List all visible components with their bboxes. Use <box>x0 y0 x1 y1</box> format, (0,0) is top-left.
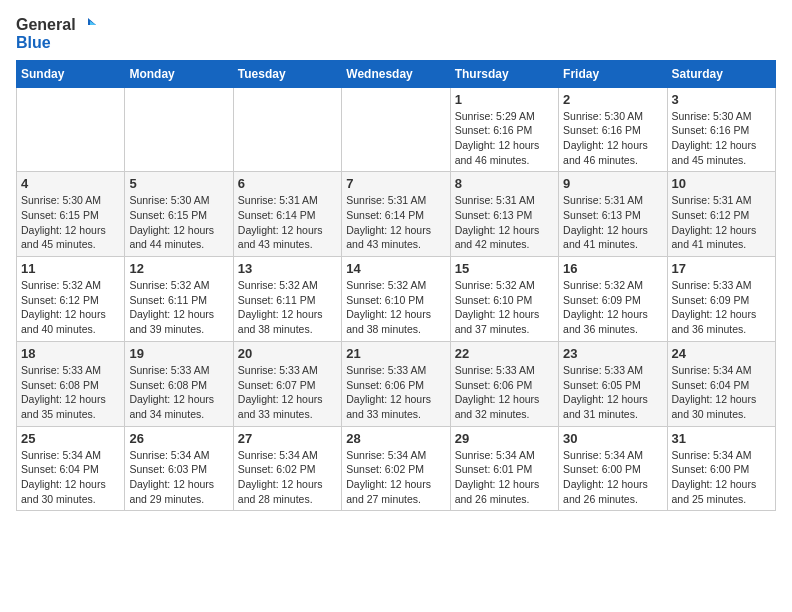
day-info: Sunrise: 5:33 AMSunset: 6:05 PMDaylight:… <box>563 363 662 422</box>
day-info: Sunrise: 5:32 AMSunset: 6:09 PMDaylight:… <box>563 278 662 337</box>
logo-container: General Blue <box>16 16 96 52</box>
calendar-cell: 18Sunrise: 5:33 AMSunset: 6:08 PMDayligh… <box>17 341 125 426</box>
calendar-cell: 28Sunrise: 5:34 AMSunset: 6:02 PMDayligh… <box>342 426 450 511</box>
calendar-cell: 11Sunrise: 5:32 AMSunset: 6:12 PMDayligh… <box>17 257 125 342</box>
day-info: Sunrise: 5:34 AMSunset: 6:02 PMDaylight:… <box>238 448 337 507</box>
calendar-cell: 25Sunrise: 5:34 AMSunset: 6:04 PMDayligh… <box>17 426 125 511</box>
day-number: 7 <box>346 176 445 191</box>
day-info: Sunrise: 5:31 AMSunset: 6:13 PMDaylight:… <box>455 193 554 252</box>
logo-text-blue: Blue <box>16 34 96 52</box>
calendar-cell: 19Sunrise: 5:33 AMSunset: 6:08 PMDayligh… <box>125 341 233 426</box>
calendar-cell: 27Sunrise: 5:34 AMSunset: 6:02 PMDayligh… <box>233 426 341 511</box>
calendar-cell: 26Sunrise: 5:34 AMSunset: 6:03 PMDayligh… <box>125 426 233 511</box>
calendar-cell: 29Sunrise: 5:34 AMSunset: 6:01 PMDayligh… <box>450 426 558 511</box>
day-number: 12 <box>129 261 228 276</box>
calendar-cell: 10Sunrise: 5:31 AMSunset: 6:12 PMDayligh… <box>667 172 775 257</box>
day-info: Sunrise: 5:32 AMSunset: 6:11 PMDaylight:… <box>129 278 228 337</box>
day-info: Sunrise: 5:34 AMSunset: 6:04 PMDaylight:… <box>21 448 120 507</box>
calendar-day-header-wednesday: Wednesday <box>342 60 450 87</box>
calendar-table: SundayMondayTuesdayWednesdayThursdayFrid… <box>16 60 776 512</box>
calendar-week-row: 25Sunrise: 5:34 AMSunset: 6:04 PMDayligh… <box>17 426 776 511</box>
calendar-cell: 2Sunrise: 5:30 AMSunset: 6:16 PMDaylight… <box>559 87 667 172</box>
calendar-cell: 7Sunrise: 5:31 AMSunset: 6:14 PMDaylight… <box>342 172 450 257</box>
calendar-cell: 20Sunrise: 5:33 AMSunset: 6:07 PMDayligh… <box>233 341 341 426</box>
logo-text-general: General <box>16 16 76 34</box>
calendar-cell: 1Sunrise: 5:29 AMSunset: 6:16 PMDaylight… <box>450 87 558 172</box>
calendar-header-row: SundayMondayTuesdayWednesdayThursdayFrid… <box>17 60 776 87</box>
calendar-week-row: 1Sunrise: 5:29 AMSunset: 6:16 PMDaylight… <box>17 87 776 172</box>
day-number: 20 <box>238 346 337 361</box>
day-info: Sunrise: 5:34 AMSunset: 6:03 PMDaylight:… <box>129 448 228 507</box>
day-info: Sunrise: 5:33 AMSunset: 6:08 PMDaylight:… <box>21 363 120 422</box>
calendar-cell: 31Sunrise: 5:34 AMSunset: 6:00 PMDayligh… <box>667 426 775 511</box>
day-info: Sunrise: 5:34 AMSunset: 6:00 PMDaylight:… <box>563 448 662 507</box>
calendar-day-header-saturday: Saturday <box>667 60 775 87</box>
day-info: Sunrise: 5:33 AMSunset: 6:08 PMDaylight:… <box>129 363 228 422</box>
calendar-cell: 15Sunrise: 5:32 AMSunset: 6:10 PMDayligh… <box>450 257 558 342</box>
day-number: 14 <box>346 261 445 276</box>
day-number: 29 <box>455 431 554 446</box>
day-number: 10 <box>672 176 771 191</box>
calendar-cell: 6Sunrise: 5:31 AMSunset: 6:14 PMDaylight… <box>233 172 341 257</box>
day-number: 28 <box>346 431 445 446</box>
day-info: Sunrise: 5:30 AMSunset: 6:15 PMDaylight:… <box>129 193 228 252</box>
calendar-cell: 8Sunrise: 5:31 AMSunset: 6:13 PMDaylight… <box>450 172 558 257</box>
calendar-day-header-monday: Monday <box>125 60 233 87</box>
day-number: 17 <box>672 261 771 276</box>
day-info: Sunrise: 5:34 AMSunset: 6:02 PMDaylight:… <box>346 448 445 507</box>
page-header: General Blue <box>16 16 776 52</box>
day-info: Sunrise: 5:32 AMSunset: 6:12 PMDaylight:… <box>21 278 120 337</box>
calendar-cell: 21Sunrise: 5:33 AMSunset: 6:06 PMDayligh… <box>342 341 450 426</box>
day-number: 19 <box>129 346 228 361</box>
day-number: 22 <box>455 346 554 361</box>
calendar-cell <box>125 87 233 172</box>
day-number: 26 <box>129 431 228 446</box>
calendar-cell: 24Sunrise: 5:34 AMSunset: 6:04 PMDayligh… <box>667 341 775 426</box>
day-info: Sunrise: 5:33 AMSunset: 6:07 PMDaylight:… <box>238 363 337 422</box>
day-number: 5 <box>129 176 228 191</box>
day-info: Sunrise: 5:32 AMSunset: 6:11 PMDaylight:… <box>238 278 337 337</box>
calendar-cell: 16Sunrise: 5:32 AMSunset: 6:09 PMDayligh… <box>559 257 667 342</box>
day-number: 1 <box>455 92 554 107</box>
day-number: 24 <box>672 346 771 361</box>
calendar-day-header-friday: Friday <box>559 60 667 87</box>
calendar-cell: 13Sunrise: 5:32 AMSunset: 6:11 PMDayligh… <box>233 257 341 342</box>
day-info: Sunrise: 5:34 AMSunset: 6:00 PMDaylight:… <box>672 448 771 507</box>
day-number: 8 <box>455 176 554 191</box>
day-number: 9 <box>563 176 662 191</box>
calendar-cell: 30Sunrise: 5:34 AMSunset: 6:00 PMDayligh… <box>559 426 667 511</box>
day-info: Sunrise: 5:31 AMSunset: 6:12 PMDaylight:… <box>672 193 771 252</box>
calendar-cell: 23Sunrise: 5:33 AMSunset: 6:05 PMDayligh… <box>559 341 667 426</box>
day-info: Sunrise: 5:29 AMSunset: 6:16 PMDaylight:… <box>455 109 554 168</box>
day-number: 3 <box>672 92 771 107</box>
day-number: 25 <box>21 431 120 446</box>
day-number: 30 <box>563 431 662 446</box>
calendar-week-row: 18Sunrise: 5:33 AMSunset: 6:08 PMDayligh… <box>17 341 776 426</box>
day-info: Sunrise: 5:33 AMSunset: 6:06 PMDaylight:… <box>455 363 554 422</box>
calendar-day-header-thursday: Thursday <box>450 60 558 87</box>
day-number: 16 <box>563 261 662 276</box>
day-info: Sunrise: 5:32 AMSunset: 6:10 PMDaylight:… <box>455 278 554 337</box>
logo-bird-icon <box>78 16 96 34</box>
day-info: Sunrise: 5:31 AMSunset: 6:13 PMDaylight:… <box>563 193 662 252</box>
day-number: 6 <box>238 176 337 191</box>
day-info: Sunrise: 5:32 AMSunset: 6:10 PMDaylight:… <box>346 278 445 337</box>
day-info: Sunrise: 5:30 AMSunset: 6:15 PMDaylight:… <box>21 193 120 252</box>
day-number: 4 <box>21 176 120 191</box>
day-number: 21 <box>346 346 445 361</box>
day-info: Sunrise: 5:33 AMSunset: 6:09 PMDaylight:… <box>672 278 771 337</box>
calendar-day-header-tuesday: Tuesday <box>233 60 341 87</box>
day-info: Sunrise: 5:34 AMSunset: 6:04 PMDaylight:… <box>672 363 771 422</box>
day-number: 11 <box>21 261 120 276</box>
day-number: 27 <box>238 431 337 446</box>
calendar-cell <box>233 87 341 172</box>
day-number: 31 <box>672 431 771 446</box>
calendar-cell: 9Sunrise: 5:31 AMSunset: 6:13 PMDaylight… <box>559 172 667 257</box>
day-number: 15 <box>455 261 554 276</box>
calendar-cell <box>342 87 450 172</box>
day-info: Sunrise: 5:31 AMSunset: 6:14 PMDaylight:… <box>346 193 445 252</box>
calendar-cell: 3Sunrise: 5:30 AMSunset: 6:16 PMDaylight… <box>667 87 775 172</box>
calendar-week-row: 4Sunrise: 5:30 AMSunset: 6:15 PMDaylight… <box>17 172 776 257</box>
calendar-week-row: 11Sunrise: 5:32 AMSunset: 6:12 PMDayligh… <box>17 257 776 342</box>
logo: General Blue <box>16 16 96 52</box>
